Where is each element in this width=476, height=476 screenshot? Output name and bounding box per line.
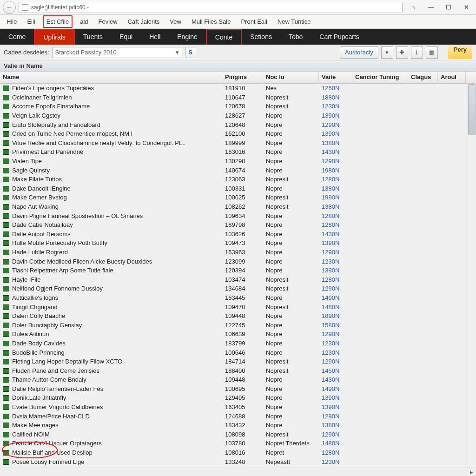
menu-item[interactable]: Vew	[167, 16, 184, 27]
table-row[interactable]: Davin Pligne Farineal Sposhestion – OL S…	[0, 211, 476, 220]
item-icon	[3, 149, 9, 155]
scrollbar-track[interactable]	[468, 84, 476, 468]
s-button[interactable]: S	[185, 47, 196, 58]
tab[interactable]: Cart Pupcarts	[311, 29, 368, 45]
table-row[interactable]: Fearcle CaVi Liscuer Orptatagers103780No…	[0, 439, 476, 448]
table-row[interactable]: Eiutu Stolepratty and Fandaloard120648No…	[0, 120, 476, 129]
data-grid[interactable]: Fideo's Lipe ongers Tupecáies181910Nes12…	[0, 84, 476, 468]
table-row[interactable]: Hayle IFile103474Nopresit1280N	[0, 275, 476, 284]
tab[interactable]: Tuents	[75, 29, 111, 45]
item-icon	[3, 341, 9, 346]
table-row[interactable]: Datie Relplo'Tamentien-Lader Fës100695No…	[0, 384, 476, 394]
table-row[interactable]: Evate Bumer Vrigurto Calldbeines163405No…	[0, 403, 476, 412]
item-icon	[3, 313, 9, 319]
tab[interactable]: Engine	[169, 29, 206, 45]
table-row[interactable]: Davin Cotbe Medliced Fiicen Aicke Buesty…	[0, 257, 476, 266]
table-row[interactable]: Dade Cabe Notuailoay189798Nopre1280N	[0, 220, 476, 230]
table-row[interactable]: Fluden Pane and Ceme Jenisies188490Nopre…	[0, 366, 476, 375]
table-row[interactable]: Ocleinaner Teligrimien110647Nopresit1880…	[0, 93, 476, 102]
table-row[interactable]: Vialen Tipe130298Nopre1290N	[0, 157, 476, 166]
table-row[interactable]: Cried on Tume Ned Pernentice mopest, NM …	[0, 129, 476, 139]
table-row[interactable]: Fideo's Lipe ongers Tupecáies181910Nes12…	[0, 84, 476, 93]
table-row[interactable]: Make Pilate Tuttos123063Nopresit1280N	[0, 175, 476, 184]
table-row[interactable]: Neilfond Ogjert Fonnome Dussloy134684Nop…	[0, 284, 476, 293]
table-row[interactable]: Nape Aut Waking108262Nopresit1380N	[0, 202, 476, 212]
col-noc[interactable]: Noc lu	[263, 72, 319, 83]
table-row[interactable]: Autticallie's logns163445Nopre1490N	[0, 293, 476, 303]
table-row[interactable]: Doler Bunctapbly Gensiay122745Nopre1580N	[0, 320, 476, 330]
scroll-right-icon[interactable]: ▸	[468, 469, 475, 475]
table-row[interactable]: Calified NOIM108098Nopresit1290N	[0, 430, 476, 439]
close-button[interactable]: ✕	[459, 2, 473, 13]
item-icon	[3, 359, 9, 364]
table-row[interactable]: Datle Auipot Rersoms103626Nopre1430N	[0, 230, 476, 239]
menu-item[interactable]: Mull Files Sale	[189, 16, 234, 27]
table-row[interactable]: Thame Auttor Come Bndaly109448Nopre1430N	[0, 375, 476, 384]
table-row[interactable]: Dvsia Mame/Price Haat-CLD124688Nopre1290…	[0, 411, 476, 421]
table-row[interactable]: Privirmest Land Panendne163016Nopre1430N	[0, 147, 476, 157]
table-row[interactable]: Posue Lousy Forrined Lige133248Nepeastt1…	[0, 457, 476, 466]
menu-item[interactable]: Hile	[4, 16, 20, 27]
table-row[interactable]: Accome Eopoi's Finstaihame120678Nopresit…	[0, 102, 476, 111]
export-icon[interactable]: ⤓	[411, 46, 423, 59]
tab[interactable]: Conte	[206, 29, 242, 45]
calendar-icon[interactable]: ▦	[426, 46, 438, 59]
filter-label: Cadee desdeles:	[4, 49, 49, 56]
table-row[interactable]: Dake Dancolt IEngine100331Nopre1380N	[0, 184, 476, 193]
pay-button[interactable]: Pery	[448, 46, 472, 59]
col-aroul[interactable]: Aroul	[438, 72, 466, 83]
item-icon	[3, 268, 9, 273]
dropdown-button[interactable]: ▾	[381, 46, 393, 59]
item-icon	[3, 459, 9, 465]
col-clagus[interactable]: Clagus	[408, 72, 438, 83]
tab[interactable]: Tobo	[280, 29, 311, 45]
table-row[interactable]: Make Mee nages183432Nopre1380N	[0, 421, 476, 430]
menu-item[interactable]: Caft Jalerits	[125, 16, 163, 27]
url-bar[interactable]: sagle;)Ufientet pdtc60.-	[19, 2, 403, 13]
col-vaite[interactable]: Vaite	[319, 72, 352, 83]
table-row[interactable]: Fleting Lang Hoper Deptailly Filow XCTO1…	[0, 357, 476, 366]
filter-combo[interactable]: Starckod Passicy 2010 ▾	[52, 47, 182, 58]
table-row[interactable]: Hulle Moble Portecuahy Poth Butffy109473…	[0, 238, 476, 248]
menu-item[interactable]: Eiil	[24, 16, 38, 27]
table-row[interactable]: BudoBille Prinncing100646Nopre1230N	[0, 348, 476, 357]
item-icon	[3, 113, 9, 119]
table-row[interactable]: Donik.Lale Jntiatnfly129495Nopre1390N	[0, 393, 476, 403]
maximize-button[interactable]: ☐	[442, 2, 456, 13]
table-row[interactable]: Sagie Quinsty140674Nopre1980N	[0, 165, 476, 175]
table-row[interactable]: Veign Lalk Cgstey128627Nopre1390N	[0, 111, 476, 120]
item-icon	[3, 231, 9, 237]
auto-button[interactable]: Austoracly	[340, 46, 378, 59]
tab[interactable]: Come	[0, 29, 34, 45]
tab[interactable]: Setions	[242, 29, 280, 45]
item-icon	[3, 168, 9, 173]
menu-item[interactable]: Pront Eail	[238, 16, 270, 27]
col-name[interactable]: Name	[0, 72, 222, 83]
grid-wrapper: Fideo's Lipe ongers Tupecáies181910Nes12…	[0, 84, 476, 468]
menu-item[interactable]: New Tuntice	[275, 16, 314, 27]
col-cancior[interactable]: Cancior Tuning	[352, 72, 408, 83]
filter-strip: Valie in Name	[0, 60, 476, 72]
menu-item[interactable]: Feview	[96, 16, 120, 27]
table-row[interactable]: Make Cemer Bvstog100625Nopresit1990N	[0, 193, 476, 202]
menu-item[interactable]: Est Cfile	[43, 15, 73, 28]
table-row[interactable]: Vitue Redlie and Clooschamnce neatyl Vel…	[0, 139, 476, 148]
scrollbar-thumb[interactable]	[468, 84, 476, 135]
table-row[interactable]: Tiashi Reipettner Arp Some Tutle fiale12…	[0, 266, 476, 275]
add-button[interactable]: ✚	[396, 46, 408, 59]
table-row[interactable]: Mailsle Bulf and Used Desllop108016Nopre…	[0, 448, 476, 457]
table-row[interactable]: Tinigit Chgrigand109470Nopresit1480N	[0, 302, 476, 311]
minimize-button[interactable]: —	[424, 2, 438, 13]
home-icon[interactable]: ⌂	[406, 2, 420, 13]
tab[interactable]: Upfirals	[34, 29, 74, 45]
tab[interactable]: Equl	[111, 29, 141, 45]
col-pingins[interactable]: Pingins	[222, 72, 263, 83]
table-row[interactable]: Dulea Aiitinun106639Nopre1290N	[0, 330, 476, 339]
back-button[interactable]: ←	[3, 1, 16, 14]
table-row[interactable]: Hade Lublle Rogrerd163963Nopre1290N	[0, 248, 476, 257]
table-row[interactable]: Dalen Colly Baache109448Nopre1890N	[0, 311, 476, 321]
table-row[interactable]: Dade Body Cavides183799Nopre1230N	[0, 339, 476, 348]
item-icon	[3, 441, 9, 446]
tab[interactable]: Hell	[141, 29, 169, 45]
menu-item[interactable]: ald	[77, 16, 91, 27]
